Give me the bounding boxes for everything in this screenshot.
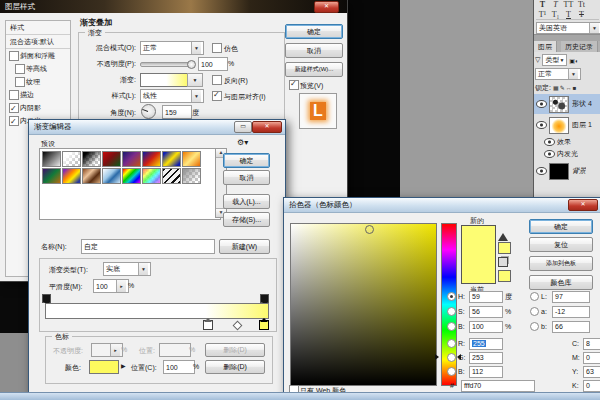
gradient-preset[interactable] [82, 151, 101, 167]
k-field[interactable]: 0 [583, 380, 600, 392]
sidebar-item-inner-shadow[interactable]: 内阴影 [6, 101, 70, 114]
gradient-preset[interactable] [62, 168, 81, 184]
y-field[interactable]: 63 [583, 366, 600, 378]
checkbox[interactable] [15, 77, 25, 87]
radio-b2[interactable] [447, 367, 456, 376]
sidebar-item-texture[interactable]: 纹理 [6, 75, 70, 88]
color-picker-titlebar[interactable]: 拾色器（色标颜色） ✕ [284, 198, 600, 213]
style-select[interactable]: 线性 ▼ [140, 89, 204, 103]
angle-field[interactable]: 159 [162, 105, 192, 119]
visibility-eye-icon[interactable] [536, 167, 547, 175]
all-caps-icon[interactable]: TT [562, 0, 575, 9]
sidebar-item-blending-options[interactable]: 混合选项:默认 [6, 35, 70, 49]
close-icon[interactable]: ✕ [314, 1, 339, 13]
opacity-stop-right[interactable] [260, 294, 269, 303]
sidebar-item-bevel-emboss[interactable]: 斜面和浮雕 [6, 49, 70, 62]
gradient-editor-titlebar[interactable]: 渐变编辑器 ▭ ✕ [29, 120, 285, 135]
layer-innerglow-row[interactable]: 内发光 [534, 148, 600, 160]
r-field[interactable]: 255 [469, 338, 503, 350]
close-icon[interactable]: ✕ [252, 121, 282, 133]
opacity-slider[interactable] [140, 62, 194, 67]
ok-button[interactable]: 确定 [285, 24, 343, 39]
stop-position-field-disabled[interactable] [159, 343, 191, 357]
radio-a[interactable] [530, 307, 539, 316]
faux-bold-icon[interactable]: T [536, 0, 549, 9]
filter-type-select[interactable]: 类型 ▼ [542, 54, 567, 66]
color-stop-yellow-selected[interactable] [259, 320, 269, 330]
saturation-brightness-field[interactable] [290, 223, 437, 386]
gradient-preset[interactable] [102, 168, 121, 184]
layer-name[interactable]: 背景 [572, 166, 586, 176]
underline-icon[interactable]: T [562, 10, 575, 19]
layer-thumbnail[interactable] [549, 163, 569, 180]
visibility-eye-icon[interactable] [544, 150, 555, 158]
smoothness-field[interactable]: 100 ▸ [93, 279, 129, 293]
gradient-preset[interactable] [182, 168, 201, 184]
gradient-preset[interactable] [182, 151, 201, 167]
slider-knob[interactable] [187, 60, 196, 69]
gradient-preview-bar[interactable] [45, 303, 269, 319]
layer-effects-row[interactable]: 效果 [534, 136, 600, 148]
m-field[interactable]: 0 [583, 352, 600, 364]
gradient-preset[interactable] [42, 168, 61, 184]
effects-label[interactable]: 效果 [557, 137, 571, 147]
l-field[interactable]: 97 [552, 291, 590, 303]
gradient-preset[interactable] [142, 168, 161, 184]
checkbox[interactable] [9, 90, 19, 100]
gradient-preset[interactable] [122, 151, 141, 167]
gradient-preset[interactable] [162, 168, 181, 184]
reset-button[interactable]: 复位 [529, 237, 593, 252]
gradient-preset[interactable] [142, 151, 161, 167]
strikethrough-icon[interactable]: Ŧ [575, 10, 588, 19]
gradient-preset[interactable] [82, 168, 101, 184]
taskbar[interactable] [0, 392, 600, 400]
gradient-preview-swatch[interactable] [140, 73, 188, 87]
filter-kind-icons[interactable]: ▣◐ [569, 57, 578, 64]
visibility-eye-icon[interactable] [544, 138, 555, 146]
opacity-field[interactable]: 100 [198, 57, 228, 71]
color-stop-white[interactable] [203, 320, 213, 330]
b-field[interactable]: 100 [469, 321, 503, 333]
align-layer-checkbox[interactable] [212, 91, 222, 101]
color-field-marker[interactable] [365, 225, 374, 234]
gear-icon[interactable]: ⚙▾ [237, 138, 248, 147]
flyout-arrow-icon[interactable]: ▶ [121, 362, 126, 369]
hue-marker-left-icon[interactable] [435, 354, 439, 360]
superscript-icon[interactable]: T¹ [536, 10, 549, 19]
gamut-swatch[interactable] [498, 242, 511, 254]
hex-field[interactable]: fffd70 [461, 380, 535, 392]
radio-g[interactable] [447, 353, 456, 362]
radio-r[interactable] [447, 339, 456, 348]
visibility-eye-icon[interactable] [536, 121, 547, 129]
c-field[interactable]: 8 [583, 338, 600, 350]
cancel-button[interactable]: 取消 [223, 170, 270, 185]
save-button[interactable]: 存储(S)... [223, 212, 270, 227]
close-icon[interactable]: ✕ [568, 199, 598, 211]
blend-mode-select[interactable]: 正常 ▼ [140, 41, 204, 55]
gradient-preset[interactable] [162, 151, 181, 167]
lock-move-icon[interactable]: ↔ [566, 85, 572, 91]
ok-button[interactable]: 确定 [529, 219, 593, 234]
color-libraries-button[interactable]: 颜色库 [529, 275, 593, 290]
dither-checkbox[interactable] [212, 43, 222, 53]
ok-button[interactable]: 确定 [223, 153, 270, 168]
sidebar-item-contour[interactable]: 等高线 [6, 62, 70, 75]
checkbox[interactable] [9, 51, 19, 61]
gradient-type-select[interactable]: 实底 ▼ [103, 262, 151, 276]
cancel-button[interactable]: 取消 [285, 43, 343, 58]
delete-color-stop-button[interactable]: 删除(D) [205, 360, 265, 374]
visibility-eye-icon[interactable] [536, 100, 547, 108]
layer-name[interactable]: 形状 4 [572, 99, 592, 109]
layer-row-shape4[interactable]: 形状 4 [534, 94, 600, 114]
layer-blend-select[interactable]: 正常▼ [535, 68, 581, 80]
load-button[interactable]: 载入(L)... [223, 194, 270, 209]
bb-field[interactable]: 66 [552, 321, 590, 333]
radio-h[interactable] [447, 292, 456, 301]
inner-glow-label[interactable]: 内发光 [557, 149, 578, 159]
gradient-preset[interactable] [122, 168, 141, 184]
small-caps-icon[interactable]: Tt [575, 0, 588, 9]
web-color-cube-icon[interactable] [498, 257, 508, 267]
new-gradient-button[interactable]: 新建(W) [219, 239, 270, 254]
delete-opacity-stop-button[interactable]: 删除(D) [205, 343, 265, 357]
layer-name[interactable]: 图层 1 [572, 120, 592, 130]
